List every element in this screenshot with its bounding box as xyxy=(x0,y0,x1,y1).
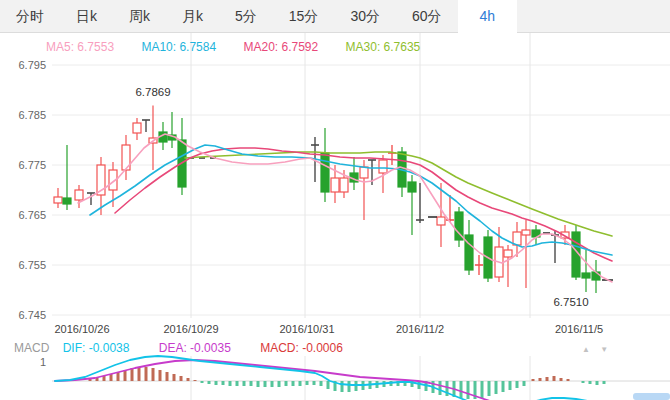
ma-legend: MA5: 6.7553 MA10: 6.7584 MA20: 6.7592 MA… xyxy=(46,40,444,54)
macd-hist-bar xyxy=(532,379,535,381)
macd-hist-bar xyxy=(138,367,141,381)
ma10-label: MA10: xyxy=(141,40,176,54)
candle-body xyxy=(437,217,445,225)
x-axis-date-label: 2016/10/26 xyxy=(54,323,109,335)
kline-app: 6.7956.7856.7756.7656.7556.7452016/10/26… xyxy=(0,0,670,400)
macd-hist-bar xyxy=(236,381,239,386)
candle-body xyxy=(321,153,329,192)
macd-hist-bar xyxy=(278,381,281,387)
macd-hist-bar xyxy=(460,381,463,398)
macd-indicator-row: MACD DIF: -0.0038 DEA: -0.0035 MACD: -0.… xyxy=(14,341,369,355)
ma30-value: 6.7635 xyxy=(384,40,421,54)
macd-hist-bar xyxy=(215,381,218,385)
macd-label: MACD: xyxy=(260,341,299,355)
kline-chart[interactable]: 6.7956.7856.7756.7656.7556.7452016/10/26… xyxy=(0,0,670,400)
tab-60min[interactable]: 60分 xyxy=(396,0,458,32)
macd-hist-bar xyxy=(201,381,204,383)
macd-hist-bar xyxy=(306,381,309,385)
macd-hist-bar xyxy=(159,370,162,381)
ma5-legend: MA5: 6.7553 xyxy=(46,40,114,54)
ma5-value: 6.7553 xyxy=(77,40,114,54)
scale-controls: ▲ ▼ xyxy=(574,345,608,354)
macd-hist-bar xyxy=(589,381,592,384)
macd-hist-bar xyxy=(194,380,197,381)
macd-hist-bar xyxy=(481,381,484,398)
macd-hist-bar xyxy=(553,376,556,381)
dif-readout: DIF: -0.0038 xyxy=(63,341,130,355)
period-tabbar: 分时 日k 周k 月k 5分 15分 30分 60分 4h xyxy=(0,0,670,33)
macd-hist-bar xyxy=(603,381,606,384)
x-axis-date-label: 2016/11/2 xyxy=(396,323,444,335)
macd-value: -0.0006 xyxy=(302,341,343,355)
tab-fenshi[interactable]: 分时 xyxy=(0,0,60,32)
macd-hist-bar xyxy=(222,381,225,385)
macd-readout: MACD: -0.0006 xyxy=(260,341,343,355)
tab-5min[interactable]: 5分 xyxy=(219,0,273,32)
macd-hist-bar xyxy=(439,381,442,395)
macd-hist-bar xyxy=(250,381,253,386)
candle-body xyxy=(133,123,141,133)
macd-hist-bar xyxy=(355,381,358,391)
dea-label: DEA: xyxy=(159,341,187,355)
macd-hist-bar xyxy=(173,374,176,381)
macd-hist-bar xyxy=(313,381,316,385)
candle-body xyxy=(331,178,339,192)
y-axis-label: 6.775 xyxy=(18,159,46,171)
macd-hist-bar xyxy=(509,381,512,390)
macd-title: MACD xyxy=(14,341,49,355)
candle-body xyxy=(408,182,416,192)
ma20-legend: MA20: 6.7592 xyxy=(243,40,318,54)
macd-hist-bar xyxy=(229,381,232,386)
arrow-up-icon[interactable]: ▲ xyxy=(582,345,590,354)
candle-body xyxy=(75,190,83,200)
macd-hist-bar xyxy=(187,378,190,381)
macd-hist-bar xyxy=(596,381,599,385)
ma30-label: MA30: xyxy=(346,40,381,54)
tab-15min[interactable]: 15分 xyxy=(273,0,335,32)
tab-weekly-k[interactable]: 周k xyxy=(113,0,166,32)
macd-hist-bar xyxy=(495,381,498,394)
macd-hist-bar xyxy=(567,379,570,381)
macd-hist-bar xyxy=(516,381,519,388)
candle-body xyxy=(63,198,71,204)
macd-hist-bar xyxy=(257,381,260,387)
tab-4h[interactable]: 4h xyxy=(458,0,518,33)
macd-hist-bar xyxy=(180,376,183,381)
candle-body xyxy=(54,197,62,203)
macd-hist-bar xyxy=(264,381,267,387)
macd-hist-bar xyxy=(145,367,148,381)
candle-body xyxy=(379,160,387,173)
macd-hist-bar xyxy=(582,381,585,383)
x-axis-date-label: 2016/10/31 xyxy=(279,323,334,335)
macd-scale-label: 1 xyxy=(28,356,46,368)
tab-30min[interactable]: 30分 xyxy=(334,0,396,32)
macd-hist-bar xyxy=(152,368,155,381)
macd-hist-bar xyxy=(467,381,470,399)
macd-hist-bar xyxy=(341,381,344,392)
macd-hist-bar xyxy=(502,381,505,392)
macd-hist-bar xyxy=(320,381,323,386)
candle-body xyxy=(360,167,368,178)
y-axis-label: 6.785 xyxy=(18,109,46,121)
macd-hist-bar xyxy=(348,381,351,392)
macd-hist-bar xyxy=(292,381,295,386)
candle-body xyxy=(504,250,512,257)
dif-label: DIF: xyxy=(63,341,86,355)
macd-hist-bar xyxy=(327,381,330,389)
ma-line-ma5 xyxy=(78,134,612,282)
bottom-right-line-fragment xyxy=(633,393,670,400)
macd-hist-bar xyxy=(208,381,211,384)
tab-daily-k[interactable]: 日k xyxy=(60,0,113,32)
candle-body xyxy=(340,178,348,192)
macd-hist-bar xyxy=(243,381,246,386)
arrow-down-icon[interactable]: ▼ xyxy=(600,345,608,354)
macd-hist-bar xyxy=(131,368,134,381)
tab-monthly-k[interactable]: 月k xyxy=(166,0,219,32)
macd-hist-bar xyxy=(523,381,526,386)
macd-hist-bar xyxy=(271,381,274,387)
macd-hist-bar xyxy=(546,377,549,381)
ma20-label: MA20: xyxy=(243,40,278,54)
macd-hist-bar xyxy=(539,378,542,381)
macd-hist-bar xyxy=(299,381,302,386)
price-annotation: 6.7510 xyxy=(553,296,588,308)
